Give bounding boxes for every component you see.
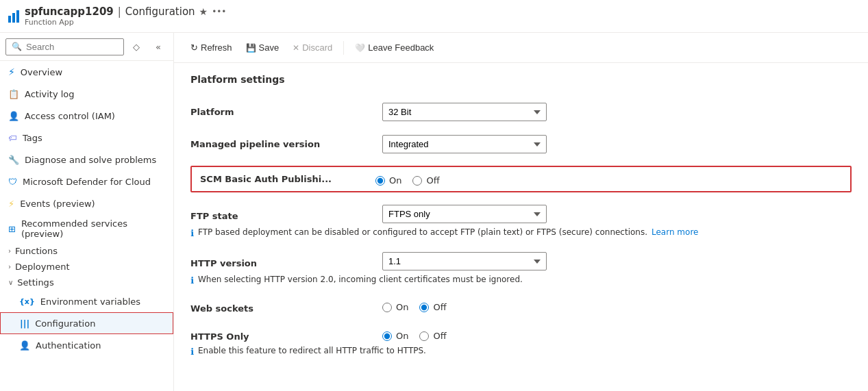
web-sockets-row: Web sockets On Off — [190, 292, 852, 320]
scm-auth-on-option[interactable]: On — [375, 175, 401, 186]
sidebar-item-tags[interactable]: 🏷 Tags — [0, 127, 173, 149]
sidebar-item-overview[interactable]: ⚡ Overview — [0, 61, 173, 83]
logo-icon — [8, 10, 19, 23]
scm-auth-on-label: On — [389, 175, 401, 186]
toolbar-separator — [343, 41, 344, 55]
search-input[interactable] — [26, 42, 118, 52]
feedback-button[interactable]: 🤍 Leave Feedback — [349, 40, 439, 55]
content-area: ↻ Refresh 💾 Save ✕ Discard 🤍 Leave Feedb… — [174, 33, 868, 391]
web-sockets-on-label: On — [396, 302, 408, 312]
ftp-state-select[interactable]: FTPS only FTP Disabled — [382, 205, 547, 223]
http-version-inner: HTTP version 1.1 2.0 — [190, 252, 547, 270]
ftp-info-row: ℹ FTP based deployment can be disabled o… — [190, 227, 698, 238]
functions-chevron: › — [8, 247, 11, 255]
web-sockets-on-option[interactable]: On — [382, 302, 408, 312]
discard-icon: ✕ — [293, 43, 299, 53]
http-info-text: When selecting HTTP version 2.0, incomin… — [198, 275, 523, 284]
discard-button[interactable]: ✕ Discard — [287, 40, 338, 55]
web-sockets-on-radio[interactable] — [382, 303, 392, 312]
sidebar-item-label: Tags — [23, 133, 42, 143]
ftp-state-inner: FTP state FTPS only FTP Disabled — [190, 205, 547, 223]
https-only-row: HTTPS Only On Off — [190, 320, 852, 364]
sidebar-item-label: Environment variables — [40, 297, 140, 307]
save-icon: 💾 — [246, 43, 256, 53]
https-only-off-option[interactable]: Off — [419, 331, 446, 341]
sidebar-item-defender[interactable]: 🛡 Microsoft Defender for Cloud — [0, 171, 173, 192]
content-toolbar: ↻ Refresh 💾 Save ✕ Discard 🤍 Leave Feedb… — [174, 33, 868, 63]
sidebar-item-recommended[interactable]: ⊞ Recommended services (preview) — [0, 214, 173, 243]
ftp-info-text: FTP based deployment can be disabled or … — [198, 227, 647, 237]
scm-auth-on-radio[interactable] — [375, 176, 385, 186]
https-only-off-label: Off — [433, 331, 446, 341]
app-name: spfuncapp1209 — [25, 5, 114, 18]
scm-auth-off-option[interactable]: Off — [412, 175, 439, 186]
sidebar-item-deployment[interactable]: › Deployment — [0, 259, 173, 275]
https-only-on-label: On — [396, 331, 408, 341]
sidebar-item-settings[interactable]: ∨ Settings — [0, 275, 173, 290]
sidebar-item-environment[interactable]: {x} Environment variables — [0, 290, 173, 312]
http-version-select[interactable]: 1.1 2.0 — [382, 252, 547, 270]
https-only-on-radio[interactable] — [382, 331, 392, 341]
search-box[interactable]: 🔍 — [5, 38, 124, 55]
sidebar-item-label: Microsoft Defender for Cloud — [23, 177, 151, 187]
overview-icon: ⚡ — [8, 66, 15, 77]
platform-label: Platform — [190, 103, 382, 117]
sidebar-item-diagnose[interactable]: 🔧 Diagnose and solve problems — [0, 149, 173, 171]
collapse-sidebar-btn[interactable]: « — [149, 37, 168, 56]
https-info-row: ℹ Enable this feature to redirect all HT… — [190, 346, 426, 357]
https-only-inner: HTTPS Only On Off — [190, 327, 447, 342]
sidebar-section-label: Functions — [15, 246, 58, 256]
platform-select[interactable]: 32 Bit 64 Bit — [382, 103, 547, 121]
sidebar-item-events[interactable]: ⚡ Events (preview) — [0, 192, 173, 214]
env-icon: {x} — [19, 297, 35, 306]
ftp-state-control: FTPS only FTP Disabled — [382, 205, 547, 223]
http-info-icon: ℹ — [190, 275, 194, 286]
sidebar-item-label: Activity log — [25, 89, 75, 99]
web-sockets-label: Web sockets — [190, 299, 382, 314]
title-separator: | — [118, 5, 121, 18]
managed-pipeline-select[interactable]: Integrated Classic — [382, 135, 547, 153]
sidebar-item-functions[interactable]: › Functions — [0, 243, 173, 259]
sidebar-item-authentication[interactable]: 👤 Authentication — [0, 334, 173, 356]
web-sockets-radio-group: On Off — [382, 299, 852, 312]
https-only-off-radio[interactable] — [419, 331, 429, 341]
scm-auth-container: SCM Basic Auth Publishi... On Off — [190, 166, 852, 192]
sidebar-item-activity-log[interactable]: 📋 Activity log — [0, 83, 173, 105]
sidebar-item-access-control[interactable]: 👤 Access control (IAM) — [0, 105, 173, 127]
top-bar: spfuncapp1209 | Configuration ★ ••• Func… — [0, 0, 868, 33]
web-sockets-off-label: Off — [433, 302, 446, 312]
web-sockets-off-radio[interactable] — [419, 303, 429, 312]
main-layout: 🔍 ◇ « ⚡ Overview 📋 Activity log 👤 Access… — [0, 33, 868, 391]
refresh-button[interactable]: ↻ Refresh — [185, 40, 238, 55]
web-sockets-off-option[interactable]: Off — [419, 302, 446, 312]
http-version-row: HTTP version 1.1 2.0 ℹ When selecting HT… — [190, 245, 852, 292]
sidebar-item-label: Authentication — [36, 340, 101, 351]
sidebar-item-configuration[interactable]: ||| Configuration — [0, 312, 173, 334]
events-icon: ⚡ — [8, 199, 14, 209]
ftp-info-icon: ℹ — [190, 228, 194, 238]
page-title: Configuration — [125, 5, 195, 18]
https-only-control: On Off — [382, 328, 447, 341]
settings-content: Platform settings Platform 32 Bit 64 Bit… — [174, 63, 868, 391]
ftp-learn-more-link[interactable]: Learn more — [652, 227, 698, 237]
managed-pipeline-row: Managed pipeline version Integrated Clas… — [190, 128, 852, 160]
sidebar-item-label: Access control (IAM) — [25, 111, 115, 121]
sidebar-section-label: Settings — [17, 277, 53, 288]
save-button[interactable]: 💾 Save — [240, 40, 285, 55]
platform-control: 32 Bit 64 Bit — [382, 103, 852, 121]
configuration-icon: ||| — [20, 318, 29, 329]
scm-auth-radio-group: On Off — [375, 173, 440, 186]
top-bar-titles: spfuncapp1209 | Configuration ★ ••• Func… — [25, 5, 226, 27]
https-only-on-option[interactable]: On — [382, 331, 408, 341]
star-icon[interactable]: ★ — [199, 6, 208, 17]
tags-icon: 🏷 — [8, 133, 17, 143]
managed-pipeline-control: Integrated Classic — [382, 135, 852, 153]
diamond-icon-btn[interactable]: ◇ — [127, 37, 146, 56]
https-info-icon: ℹ — [190, 346, 194, 357]
scm-auth-off-radio[interactable] — [412, 176, 422, 186]
more-icon[interactable]: ••• — [212, 7, 226, 16]
sidebar-item-label: Events (preview) — [20, 199, 95, 209]
scm-auth-label: SCM Basic Auth Publishi... — [200, 174, 375, 184]
https-only-radio-group: On Off — [382, 328, 447, 341]
https-info-text: Enable this feature to redirect all HTTP… — [198, 346, 426, 355]
